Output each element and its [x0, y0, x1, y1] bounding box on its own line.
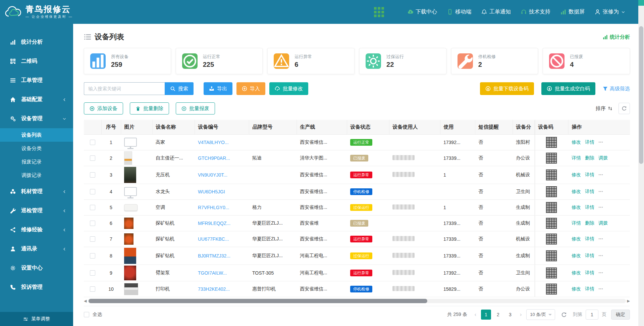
device-code-link[interactable]: WU6DH5JGI: [198, 189, 225, 194]
more-actions-icon[interactable]: ⋯: [598, 172, 603, 177]
scrollbar-track[interactable]: [88, 299, 626, 303]
qr-code[interactable]: [546, 169, 557, 181]
action-link[interactable]: 删除: [585, 155, 594, 160]
refresh-table-button[interactable]: [619, 103, 630, 114]
nav-item-1[interactable]: 移动端: [447, 8, 471, 15]
row-checkbox[interactable]: [90, 155, 95, 161]
action-link[interactable]: 详情: [585, 253, 594, 258]
qr-code[interactable]: [546, 137, 557, 148]
sidebar-item-2[interactable]: 工单管理: [0, 71, 73, 90]
nav-item-0[interactable]: 下载中心: [408, 8, 437, 15]
more-actions-icon[interactable]: ⋯: [598, 189, 603, 194]
action-link[interactable]: 修改: [572, 172, 581, 177]
more-actions-icon[interactable]: ⋯: [598, 253, 603, 258]
select-all-checkbox[interactable]: [84, 312, 89, 317]
search-button[interactable]: 搜索: [165, 82, 194, 95]
sidebar-item-9[interactable]: 设置中心: [0, 259, 73, 278]
action-link[interactable]: 调拨: [598, 155, 608, 160]
sidebar-item-0[interactable]: 统计分析: [0, 33, 73, 52]
next-page-icon[interactable]: ›: [519, 312, 523, 318]
batch-scrap-button[interactable]: 批量报废: [176, 102, 215, 114]
nav-item-2[interactable]: 工单通知: [481, 8, 511, 15]
device-code-link[interactable]: TGOI7AILW...: [198, 270, 227, 276]
action-link[interactable]: 调拨: [598, 220, 608, 226]
action-link[interactable]: 详情: [572, 220, 581, 226]
confirm-button[interactable]: 确定: [611, 310, 630, 320]
row-checkbox[interactable]: [90, 140, 95, 145]
qr-code[interactable]: [546, 186, 557, 197]
page-button-2[interactable]: 2: [493, 310, 503, 320]
add-device-button[interactable]: 添加设备: [84, 102, 123, 114]
apps-grid-icon[interactable]: [374, 7, 384, 17]
sidebar-item-3[interactable]: 基础配置: [0, 90, 73, 109]
scroll-right-arrow-icon[interactable]: ▶: [627, 299, 630, 303]
row-checkbox[interactable]: [90, 236, 95, 242]
qr-code[interactable]: [546, 283, 557, 295]
nav-item-4[interactable]: 数据屏: [560, 8, 585, 15]
batch-generate-code-button[interactable]: 批量生成空白码: [541, 82, 595, 95]
action-link[interactable]: 详情: [585, 139, 594, 145]
sidebar-item-1[interactable]: 二维码: [0, 52, 73, 71]
user-menu[interactable]: 张修为: [595, 8, 625, 15]
more-actions-icon[interactable]: ⋯: [598, 286, 603, 291]
export-button[interactable]: 导出: [204, 82, 232, 95]
action-link[interactable]: 修改: [572, 204, 581, 210]
more-actions-icon[interactable]: ⋯: [598, 236, 603, 241]
more-actions-icon[interactable]: ⋯: [598, 139, 603, 145]
qr-code[interactable]: [546, 233, 557, 245]
more-actions-icon[interactable]: ⋯: [598, 270, 603, 275]
action-link[interactable]: 详情: [585, 236, 594, 241]
device-code-link[interactable]: UU677FKBC...: [198, 236, 229, 242]
sidebar-item-4[interactable]: 设备管理: [0, 109, 73, 128]
app-logo[interactable]: 青鸟报修云 — 让企业维保更及时 —: [0, 5, 73, 19]
page-size-select[interactable]: 10 条/页: [526, 309, 555, 320]
sidebar-subitem-2[interactable]: 报废记录: [0, 155, 73, 169]
prev-page-icon[interactable]: ‹: [473, 312, 478, 318]
search-input[interactable]: [84, 82, 165, 95]
goto-page-input[interactable]: [586, 310, 598, 320]
sidebar-item-10[interactable]: 投诉管理: [0, 278, 73, 297]
import-button[interactable]: 导入: [236, 82, 265, 95]
device-code-link[interactable]: V4TA8LHYO...: [198, 140, 229, 145]
action-link[interactable]: 详情: [585, 270, 594, 275]
action-link[interactable]: 删除: [585, 220, 594, 226]
nav-item-3[interactable]: 技术支持: [521, 8, 550, 15]
batch-download-code-button[interactable]: 批量下载设备码: [480, 82, 534, 95]
qr-code[interactable]: [546, 202, 557, 213]
more-actions-icon[interactable]: ⋯: [598, 204, 603, 210]
select-all[interactable]: 全选: [84, 312, 102, 318]
row-checkbox[interactable]: [90, 205, 95, 210]
sidebar-item-6[interactable]: 巡检管理: [0, 201, 73, 220]
batch-delete-button[interactable]: 批量删除: [130, 102, 169, 114]
stats-analysis-link[interactable]: 统计分析: [603, 34, 630, 40]
row-checkbox[interactable]: [90, 221, 95, 226]
action-link[interactable]: 修改: [572, 139, 581, 145]
action-link[interactable]: 修改: [572, 253, 581, 258]
row-checkbox[interactable]: [90, 270, 95, 276]
scroll-left-arrow-icon[interactable]: ◀: [84, 299, 87, 303]
action-link[interactable]: 详情: [585, 204, 594, 210]
row-checkbox[interactable]: [90, 189, 95, 194]
sidebar-subitem-3[interactable]: 调拨记录: [0, 169, 73, 182]
page-button-3[interactable]: 3: [505, 310, 515, 320]
qr-code[interactable]: [546, 267, 557, 279]
qr-code[interactable]: [546, 218, 557, 229]
action-link[interactable]: 详情: [585, 189, 594, 194]
advanced-filter-link[interactable]: 高级筛选: [603, 86, 630, 92]
sidebar-subitem-0[interactable]: 设备列表: [0, 128, 73, 142]
sidebar-item-7[interactable]: 维修经验: [0, 220, 73, 239]
device-code-link[interactable]: VN9U0YJ0T...: [198, 172, 227, 178]
qr-code[interactable]: [546, 250, 557, 262]
row-checkbox[interactable]: [90, 172, 95, 178]
device-code-link[interactable]: 733H2KE402...: [198, 286, 230, 292]
row-checkbox[interactable]: [90, 286, 95, 292]
vertical-scrollbar[interactable]: [638, 0, 644, 326]
action-link[interactable]: 详情: [585, 286, 594, 291]
sidebar-item-5[interactable]: 耗材管理: [0, 182, 73, 201]
batch-edit-button[interactable]: 批量修改: [269, 82, 308, 95]
page-button-1[interactable]: 1: [481, 310, 491, 320]
refresh-icon[interactable]: [561, 312, 567, 318]
row-checkbox[interactable]: [90, 253, 95, 259]
scrollbar-thumb[interactable]: [89, 299, 427, 303]
scrollbar-thumb[interactable]: [639, 26, 643, 164]
